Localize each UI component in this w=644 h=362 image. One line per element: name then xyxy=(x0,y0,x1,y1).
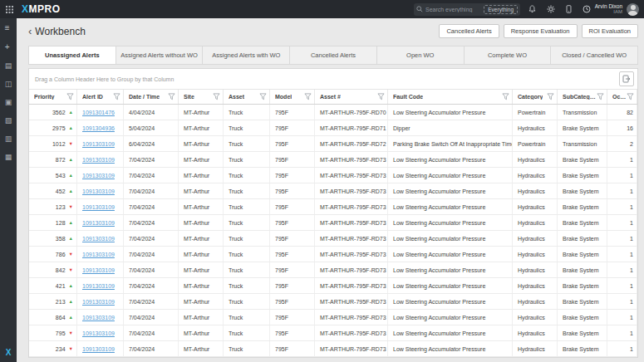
table-row[interactable]: 842▼10913031097/04/2024MT-ArthurTruck795… xyxy=(29,262,637,278)
search-input[interactable] xyxy=(425,7,484,12)
filter-funnel-icon[interactable] xyxy=(213,93,220,100)
alert-id-link[interactable]: 1091303109 xyxy=(82,315,115,320)
calendar-icon[interactable]: ▦ xyxy=(5,154,12,161)
table-row[interactable]: 795▼10913031097/04/2024MT-ArthurTruck795… xyxy=(29,325,637,341)
filter-funnel-icon[interactable] xyxy=(113,93,120,100)
column-header-asset[interactable]: Asset xyxy=(224,90,270,104)
filter-funnel-icon[interactable] xyxy=(377,93,385,100)
table-row[interactable]: 213▲10913031097/04/2024MT-ArthurTruck795… xyxy=(29,294,637,310)
tab-closed-cancelled-wo[interactable]: Closed / Cancelled WO xyxy=(550,46,638,65)
user-menu[interactable]: Arvin Dixon IAM xyxy=(595,3,639,16)
fault-code-cell: Low Steering Accumulator Pressure xyxy=(388,152,513,167)
table-row[interactable]: 864▲10913031097/04/2024MT-ArthurTruck795… xyxy=(29,310,637,325)
column-header-category[interactable]: Category xyxy=(513,90,558,104)
trend-down-icon: ▼ xyxy=(69,346,73,351)
recent-history-icon[interactable] xyxy=(583,5,591,13)
table-row[interactable]: 872▲10913031097/04/2024MT-ArthurTruck795… xyxy=(29,152,637,168)
media-icon[interactable]: ▣ xyxy=(5,99,12,106)
column-header-asset[interactable]: Asset # xyxy=(315,90,388,104)
alert-id-link[interactable]: 1091303109 xyxy=(82,346,115,352)
column-header-subcategory[interactable]: SubCategory xyxy=(558,90,607,104)
model-cell: 795F xyxy=(270,325,315,340)
filter-funnel-icon[interactable] xyxy=(168,93,175,100)
subcategory-cell: Brake System xyxy=(558,199,607,214)
reports-icon[interactable]: ▥ xyxy=(5,135,12,143)
alert-id-link[interactable]: 1091303109 xyxy=(82,267,115,273)
table-row[interactable]: 3562▲10913014764/04/2024MT-ArthurTruck79… xyxy=(29,105,637,120)
column-header-site[interactable]: Site xyxy=(179,90,224,104)
table-row[interactable]: 234▼10913031097/04/2024MT-ArthurTruck795… xyxy=(29,341,637,357)
table-row[interactable]: 543▲10913031097/04/2024MT-ArthurTruck795… xyxy=(29,168,637,183)
alert-id-link[interactable]: 1091304936 xyxy=(82,125,115,131)
alert-id-link[interactable]: 1091303109 xyxy=(82,157,115,163)
search-scope-dropdown[interactable]: Everything xyxy=(484,5,518,14)
tab-complete-wo[interactable]: Complete WO xyxy=(464,46,552,65)
column-header-occurren[interactable]: Occurren... xyxy=(607,90,637,104)
notifications-icon[interactable] xyxy=(528,5,536,13)
priority-cell: 1012▼ xyxy=(29,136,77,151)
site-cell: MT-Arthur xyxy=(179,152,224,167)
global-search: Everything xyxy=(414,3,520,16)
xmpro-x-logo-icon[interactable]: X xyxy=(6,348,12,357)
filter-funnel-icon[interactable] xyxy=(66,93,74,100)
alert-id-link[interactable]: 1091303109 xyxy=(82,330,115,336)
tab-unassigned-alerts[interactable]: Unassigned Alerts xyxy=(28,46,116,65)
alert-id-link[interactable]: 1091303109 xyxy=(82,188,115,194)
mobile-device-icon[interactable] xyxy=(566,5,572,13)
trend-up-icon: ▲ xyxy=(69,173,73,178)
filter-funnel-icon[interactable] xyxy=(627,93,634,100)
table-row[interactable]: 358▲10913031097/04/2024MT-ArthurTruck795… xyxy=(29,231,637,247)
response-evaluation-button[interactable]: Response Evaluation xyxy=(504,24,578,38)
column-header-model[interactable]: Model xyxy=(270,90,315,104)
avatar[interactable] xyxy=(627,3,639,16)
column-header-priority[interactable]: Priority xyxy=(29,90,77,104)
menu-icon[interactable]: ≡ xyxy=(5,24,12,32)
filter-funnel-icon[interactable] xyxy=(259,93,267,100)
priority-cell: 872▲ xyxy=(29,152,77,167)
alert-id-link[interactable]: 1091303109 xyxy=(82,204,115,210)
subcategory-cell: Brake System xyxy=(558,341,607,356)
alert-id-link[interactable]: 1091301476 xyxy=(82,110,115,115)
model-cell: 795F xyxy=(270,168,315,183)
back-chevron-icon[interactable]: ‹ xyxy=(28,26,32,37)
column-label: Date / Time xyxy=(129,94,160,100)
cancelled-alerts-button[interactable]: Cancelled Alerts xyxy=(439,24,499,38)
table-row[interactable]: 1012▼10913031096/04/2024MT-ArthurTruck79… xyxy=(29,136,637,152)
column-header-fault-code[interactable]: Fault Code xyxy=(388,90,513,104)
table-row[interactable]: 421▲10913031097/04/2024MT-ArthurTruck795… xyxy=(29,278,637,294)
add-icon[interactable]: + xyxy=(5,43,12,51)
export-button[interactable] xyxy=(619,71,634,86)
alert-id-link[interactable]: 1091303109 xyxy=(82,173,115,179)
filter-funnel-icon[interactable] xyxy=(304,93,312,100)
datastream-icon[interactable]: ◫ xyxy=(5,81,12,88)
roi-evaluation-button[interactable]: ROI Evaluation xyxy=(582,24,638,38)
settings-gear-icon[interactable] xyxy=(547,5,555,13)
column-label: Category xyxy=(518,94,543,100)
filter-funnel-icon[interactable] xyxy=(597,93,604,100)
dashboard-icon[interactable]: ▤ xyxy=(5,62,12,70)
main-content: ‹ Workbench Cancelled AlertsResponse Eva… xyxy=(17,18,644,362)
alert-id-cell: 1091303109 xyxy=(77,341,124,356)
alert-id-cell: 1091303109 xyxy=(77,310,124,325)
apps-grid-icon[interactable] xyxy=(0,6,18,13)
alert-id-link[interactable]: 1091303109 xyxy=(82,141,115,147)
filter-funnel-icon[interactable] xyxy=(547,93,554,100)
filter-funnel-icon[interactable] xyxy=(502,93,509,100)
tab-cancelled-alerts[interactable]: Cancelled Alerts xyxy=(289,46,377,65)
alert-id-link[interactable]: 1091303109 xyxy=(82,236,115,242)
tab-open-wo[interactable]: Open WO xyxy=(376,46,465,65)
column-header-date-time[interactable]: Date / Time xyxy=(124,90,179,104)
tab-assigned-alerts-without-wo[interactable]: Assigned Alerts without WO xyxy=(116,46,204,65)
table-row[interactable]: 786▼10913031097/04/2024MT-ArthurTruck795… xyxy=(29,247,637,262)
tab-assigned-alerts-with-wo[interactable]: Assigned Alerts with WO xyxy=(202,46,290,65)
column-header-alert-id[interactable]: Alert ID xyxy=(77,90,124,104)
table-row[interactable]: 123▼10913031097/04/2024MT-ArthurTruck795… xyxy=(29,199,637,215)
link-icon[interactable]: ▧ xyxy=(5,117,12,125)
alert-id-link[interactable]: 1091303109 xyxy=(82,299,115,305)
alert-id-link[interactable]: 1091303109 xyxy=(82,283,115,289)
alert-id-link[interactable]: 1091303109 xyxy=(82,252,115,257)
table-row[interactable]: 452▲10913031097/04/2024MT-ArthurTruck795… xyxy=(29,183,637,199)
table-row[interactable]: 2975▲10913049365/04/2024MT-ArthurTruck79… xyxy=(29,120,637,136)
table-row[interactable]: 128▲10913031097/04/2024MT-ArthurTruck795… xyxy=(29,215,637,231)
alert-id-link[interactable]: 1091303109 xyxy=(82,220,115,226)
